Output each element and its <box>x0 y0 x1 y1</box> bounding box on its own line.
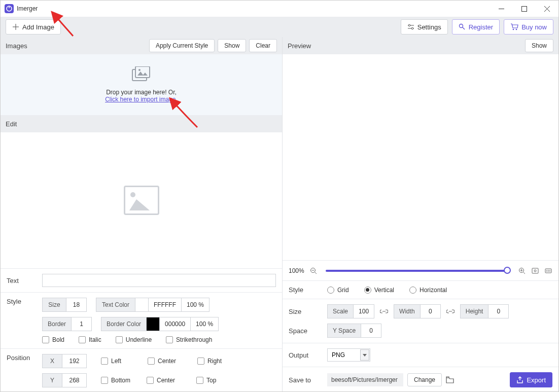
style-label: Style <box>7 298 42 305</box>
apply-current-style-button[interactable]: Apply Current Style <box>149 39 215 52</box>
fit-screen-icon[interactable] <box>531 267 539 275</box>
buy-now-button[interactable]: Buy now <box>504 19 553 34</box>
width-field[interactable]: Width 0 <box>394 304 441 318</box>
svg-rect-26 <box>532 268 538 273</box>
scale-field[interactable]: Scale 100 <box>327 304 374 318</box>
app-logo-icon <box>5 4 14 13</box>
zoom-controls: 100% <box>283 260 558 280</box>
pos-center-v-checkbox[interactable]: Center <box>147 377 175 384</box>
edit-canvas[interactable] <box>1 132 282 268</box>
titlebar: Imerger <box>1 1 558 17</box>
svg-point-12 <box>459 24 463 28</box>
strikethrough-checkbox[interactable]: Strikethrough <box>166 336 212 343</box>
show-preview-button[interactable]: Show <box>525 39 553 52</box>
layout-style-label: Style <box>289 286 327 294</box>
svg-point-11 <box>411 27 413 29</box>
border-color-swatch[interactable] <box>147 317 160 331</box>
svg-rect-17 <box>135 66 150 78</box>
images-panel-header: Images Apply Current Style Show Clear <box>1 37 282 54</box>
text-color-swatch[interactable] <box>135 298 149 312</box>
export-button[interactable]: Export <box>510 372 552 387</box>
bold-checkbox[interactable]: Bold <box>42 336 64 343</box>
preview-panel-header: Preview Show <box>283 37 558 54</box>
drop-text: Drop your image here! Or, <box>106 89 177 96</box>
svg-point-15 <box>516 29 517 30</box>
pos-bottom-checkbox[interactable]: Bottom <box>101 377 130 384</box>
sliders-icon <box>407 23 414 30</box>
main-toolbar: Add Image Settings Register Buy now <box>1 17 558 37</box>
save-to-label: Save to <box>289 376 327 384</box>
change-path-button[interactable]: Change <box>407 373 442 386</box>
add-image-button[interactable]: Add Image <box>6 19 61 34</box>
key-icon <box>459 23 466 30</box>
grid-radio[interactable]: Grid <box>327 287 349 294</box>
svg-line-20 <box>315 272 317 274</box>
preview-label: Preview <box>288 42 311 50</box>
text-color-field[interactable]: Text Color FFFFFF 100 % <box>96 298 209 312</box>
y-space-field[interactable]: Y Space 0 <box>327 324 381 338</box>
settings-label: Settings <box>417 23 441 31</box>
svg-point-14 <box>513 29 514 30</box>
text-label: Text <box>7 277 42 284</box>
actual-size-icon[interactable] <box>544 267 552 275</box>
zoom-in-icon[interactable] <box>518 267 526 275</box>
zoom-slider[interactable] <box>326 270 510 272</box>
pos-left-checkbox[interactable]: Left <box>101 358 121 365</box>
border-color-field[interactable]: Border Color 000000 100 % <box>101 317 219 331</box>
export-icon <box>516 376 523 383</box>
svg-rect-1 <box>9 6 10 8</box>
position-label: Position <box>7 354 42 362</box>
edit-label: Edit <box>6 120 17 128</box>
zoom-slider-thumb[interactable] <box>504 267 511 274</box>
vertical-radio[interactable]: Vertical <box>364 287 394 294</box>
edit-panel-header: Edit <box>1 115 282 132</box>
buy-now-label: Buy now <box>521 23 547 31</box>
save-path-display: beesoft/Pictures/Imerger <box>327 373 403 386</box>
svg-point-27 <box>534 270 536 272</box>
app-title: Imerger <box>17 5 38 12</box>
link-dimensions-icon[interactable] <box>446 308 455 314</box>
show-images-button[interactable]: Show <box>218 39 246 52</box>
underline-checkbox[interactable]: Underline <box>116 336 152 343</box>
register-button[interactable]: Register <box>452 19 500 34</box>
pos-top-checkbox[interactable]: Top <box>196 377 216 384</box>
y-field[interactable]: Y 268 <box>42 373 87 387</box>
text-input[interactable] <box>42 274 276 287</box>
image-placeholder-icon <box>124 186 159 215</box>
add-image-label: Add Image <box>22 23 54 31</box>
border-field[interactable]: Border 1 <box>42 317 92 331</box>
size-field[interactable]: Size 18 <box>42 298 87 312</box>
x-field[interactable]: X 192 <box>42 354 87 368</box>
open-folder-icon[interactable] <box>446 376 454 384</box>
import-image-link[interactable]: Click here to import image. <box>105 96 178 103</box>
svg-point-10 <box>408 24 410 26</box>
window-maximize-button[interactable] <box>513 1 536 17</box>
size-label: Size <box>289 308 327 315</box>
zoom-out-icon[interactable] <box>309 267 318 275</box>
preview-canvas[interactable] <box>283 54 558 260</box>
horizontal-radio[interactable]: Horizontal <box>409 287 447 294</box>
image-drop-zone[interactable]: Drop your image here! Or, Click here to … <box>1 54 282 115</box>
plus-icon <box>12 23 19 30</box>
window-minimize-button[interactable] <box>490 1 513 17</box>
pos-center-h-checkbox[interactable]: Center <box>148 358 176 365</box>
zoom-value: 100% <box>289 267 304 274</box>
output-label: Output <box>289 351 327 359</box>
register-label: Register <box>469 23 493 31</box>
chevron-down-icon <box>360 349 369 361</box>
settings-button[interactable]: Settings <box>401 19 448 34</box>
window-close-button[interactable] <box>536 1 558 17</box>
output-format-select[interactable]: PNG <box>327 348 370 362</box>
link-scale-icon[interactable] <box>379 308 389 314</box>
images-label: Images <box>6 42 27 50</box>
height-field[interactable]: Height 0 <box>460 304 509 318</box>
pos-right-checkbox[interactable]: Right <box>197 358 222 365</box>
cart-icon <box>510 23 518 30</box>
drop-image-icon <box>131 66 152 82</box>
svg-rect-3 <box>522 6 527 11</box>
italic-checkbox[interactable]: Italic <box>79 336 101 343</box>
svg-line-13 <box>462 27 465 30</box>
clear-images-button[interactable]: Clear <box>249 39 277 52</box>
svg-point-18 <box>138 69 141 71</box>
space-label: Space <box>289 327 327 335</box>
